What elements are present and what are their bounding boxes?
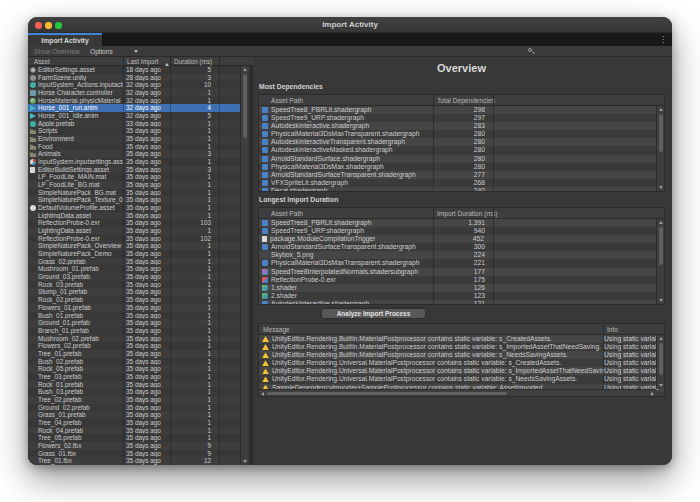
column-header-info[interactable]: Info [607, 324, 618, 335]
scroll-left-icon[interactable] [261, 392, 264, 396]
scrollbar-thumb[interactable] [659, 114, 663, 152]
analyze-import-process-button[interactable]: Analyze Import Process [321, 308, 426, 319]
column-header-duration[interactable]: Duration (ms) [174, 57, 212, 66]
scroll-down-icon[interactable] [659, 384, 663, 387]
dependency-row[interactable]: SpeedTree8_PBRLit.shadergraph298 [259, 106, 664, 114]
dependency-row[interactable]: VFXSpriteLit.shadergraph268 [259, 179, 664, 187]
asset-row[interactable]: Bush_02.prefab35 days ago1 [28, 358, 240, 366]
scrollbar-thumb[interactable] [659, 343, 663, 375]
asset-row[interactable]: LP_FoodLite_BG.mat35 days ago1 [28, 181, 240, 189]
asset-row[interactable]: Grass_02.prefab35 days ago1 [28, 258, 240, 266]
import-duration-row[interactable]: 1.shader126 [259, 284, 664, 292]
asset-row[interactable]: ReflectionProbe-0.exr35 days ago103 [28, 219, 240, 227]
asset-row[interactable]: Ground_01.prefab35 days ago1 [28, 319, 240, 327]
asset-row[interactable]: Apple.prefab33 days ago1 [28, 120, 240, 128]
asset-row[interactable]: Rock_05.prefab35 days ago1 [28, 365, 240, 373]
asset-row[interactable]: DefaultVolumeProfile.asset35 days ago1 [28, 204, 240, 212]
asset-row[interactable]: Rock_01.prefab35 days ago1 [28, 381, 240, 389]
import-duration-row[interactable]: package.ModuleCompilationTrigger452 [259, 235, 664, 243]
asset-row[interactable]: Tree_01.fbx35 days ago12 [28, 457, 240, 465]
column-header-import-duration[interactable]: Import Duration (ms) [437, 208, 497, 219]
asset-row[interactable]: Tree_03.prefab35 days ago1 [28, 373, 240, 381]
messages-vertical-scrollbar[interactable] [656, 335, 664, 389]
import-duration-row[interactable]: ArnoldStandardSurfaceTransparent.shaderg… [259, 243, 664, 251]
asset-row[interactable]: Horse_001_idle.anim32 days ago5 [28, 112, 240, 120]
column-header-asset-path[interactable]: Asset Path [271, 95, 303, 106]
kebab-menu-icon[interactable]: ⋮ [659, 34, 667, 46]
asset-row[interactable]: LightingData.asset35 days ago1 [28, 227, 240, 235]
scrollbar-thumb[interactable] [267, 392, 507, 395]
dependency-row[interactable]: ArnoldStandardSurface.shadergraph280 [259, 155, 664, 163]
asset-row[interactable]: Ground_02.prefab35 days ago1 [28, 404, 240, 412]
longest-import-vertical-scrollbar[interactable] [656, 219, 664, 304]
show-overview-button[interactable]: Show Overview [34, 46, 80, 57]
asset-row[interactable]: Stump_01.prefab35 days ago1 [28, 288, 240, 296]
asset-row[interactable]: InputSystem.inputsettings.asse35 days ag… [28, 158, 240, 166]
asset-row[interactable]: SimpleNaturePack_Demo35 days ago1 [28, 250, 240, 258]
asset-row[interactable]: Rock_03.prefab35 days ago1 [28, 281, 240, 289]
asset-row[interactable]: SimpleNaturePack_Overview35 days ago1 [28, 242, 240, 250]
asset-row[interactable]: Rock_02.prefab35 days ago1 [28, 296, 240, 304]
dependency-row[interactable]: SpeedTree9_URP.shadergraph297 [259, 114, 664, 122]
asset-list-vertical-scrollbar[interactable] [240, 66, 248, 465]
dependency-row[interactable]: AutodeskInteractiveMasked.shadergraph280 [259, 146, 664, 154]
asset-row[interactable]: Horse_001_run.anim32 days ago4 [28, 104, 240, 112]
search-icon[interactable] [528, 48, 535, 56]
asset-row[interactable]: Mushroom_01.prefab35 days ago1 [28, 265, 240, 273]
dependency-row[interactable]: AutodeskInteractiveTransparent.shadergra… [259, 138, 664, 146]
dependency-row[interactable]: PhysicalMaterial3DsMax.shadergraph280 [259, 163, 664, 171]
asset-row[interactable]: Bush_03.prefab35 days ago1 [28, 388, 240, 396]
asset-row[interactable]: Flowers_02.fbx35 days ago9 [28, 442, 240, 450]
asset-row[interactable]: Grass_01.fbx35 days ago9 [28, 450, 240, 458]
asset-row[interactable]: Horse Character.controller32 days ago1 [28, 89, 240, 97]
scroll-up-icon[interactable] [659, 108, 663, 111]
dependency-row[interactable]: Decal.shadergraph240 [259, 187, 664, 192]
asset-row[interactable]: SimpleNaturePack_Texture_01.n35 days ago… [28, 196, 240, 204]
asset-row[interactable]: Scripts35 days ago1 [28, 127, 240, 135]
asset-row[interactable]: Mushroom_02.prefab35 days ago1 [28, 335, 240, 343]
asset-row[interactable]: Environment35 days ago1 [28, 135, 240, 143]
asset-row[interactable]: Tree_02.prefab35 days ago1 [28, 396, 240, 404]
asset-row[interactable]: SimpleNaturePack_BG.mat35 days ago1 [28, 189, 240, 197]
scroll-up-icon[interactable] [659, 221, 663, 224]
asset-row[interactable]: LP_FoodLite_MAIN.mat35 days ago1 [28, 173, 240, 181]
asset-row[interactable]: Flowers_02.prefab35 days ago1 [28, 342, 240, 350]
asset-row[interactable]: FarmScene.unity28 days ago3 [28, 74, 240, 82]
options-dropdown[interactable]: Options [90, 46, 113, 57]
import-duration-row[interactable]: AutodeskInteractive.shadergraph121 [259, 300, 664, 305]
import-duration-row[interactable]: PhysicalMaterial3DsMaxTransparent.shader… [259, 259, 664, 267]
asset-row[interactable]: Grass_01.prefab35 days ago1 [28, 411, 240, 419]
asset-row[interactable]: ReflectionProbe-0.exr35 days ago102 [28, 235, 240, 243]
scroll-up-icon[interactable] [659, 337, 663, 340]
column-header-total-dependencies[interactable]: Total Dependencies [437, 95, 495, 106]
asset-row[interactable]: LightingData.asset35 days ago1 [28, 212, 240, 220]
title-bar[interactable]: Import Activity [28, 17, 672, 33]
column-header-last-import[interactable]: Last Import [127, 57, 159, 66]
dependency-row[interactable]: ArnoldStandardSurfaceTransparent.shaderg… [259, 171, 664, 179]
asset-row[interactable]: HorseMaterial.physicMaterial32 days ago1 [28, 97, 240, 105]
scrollbar-thumb[interactable] [659, 227, 663, 265]
import-duration-row[interactable]: SpeedTree9_URP.shadergraph940 [259, 227, 664, 235]
asset-row[interactable]: Bush_01.prefab35 days ago1 [28, 312, 240, 320]
tab-import-activity[interactable]: Import Activity [28, 33, 102, 46]
import-duration-row[interactable]: 2.shader123 [259, 292, 664, 300]
asset-row[interactable]: Tree_05.prefab35 days ago1 [28, 434, 240, 442]
import-duration-row[interactable]: SpeedTree8InterpolatedNormals.shadersubg… [259, 268, 664, 276]
asset-row[interactable]: InputSystem_Actions.inputactio32 days ag… [28, 81, 240, 89]
import-duration-row[interactable]: SpeedTree8_PBRLit.shadergraph1,391 [259, 219, 664, 227]
import-duration-row[interactable]: ReflectionProbe-0.exr175 [259, 276, 664, 284]
scroll-right-icon[interactable] [651, 392, 654, 396]
asset-row[interactable]: EditorBuildSettings.asset35 days ago3 [28, 166, 240, 174]
asset-row[interactable]: EditorSettings.asset18 days ago5 [28, 66, 240, 74]
most-dependencies-vertical-scrollbar[interactable] [656, 106, 664, 191]
asset-row[interactable]: Food35 days ago1 [28, 143, 240, 151]
asset-row[interactable]: Ground_03.prefab35 days ago1 [28, 273, 240, 281]
scrollbar-thumb[interactable] [243, 74, 247, 138]
column-header-asset-path[interactable]: Asset Path [271, 208, 303, 219]
asset-row[interactable]: Tree_01.prefab35 days ago1 [28, 350, 240, 358]
asset-row[interactable]: Rock_04.prefab35 days ago1 [28, 427, 240, 435]
scroll-up-icon[interactable] [243, 68, 247, 71]
import-duration-row[interactable]: Skybox_5.png224 [259, 251, 664, 259]
asset-row[interactable]: Flowers_01.prefab35 days ago1 [28, 304, 240, 312]
scroll-down-icon[interactable] [659, 186, 663, 189]
